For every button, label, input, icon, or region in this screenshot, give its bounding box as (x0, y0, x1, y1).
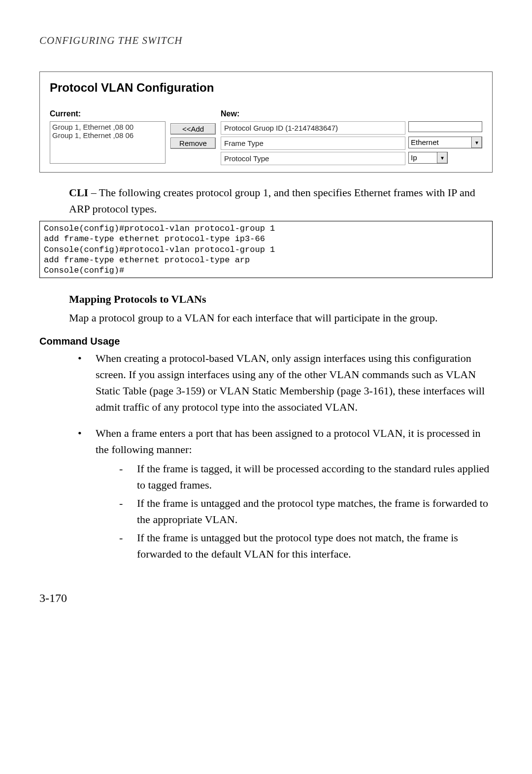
cli-label: CLI (69, 186, 88, 199)
frame-type-value: Ethernet (408, 137, 471, 148)
list-item[interactable]: Group 1, Ethernet ,08 06 (52, 131, 163, 140)
chevron-down-icon[interactable]: ▼ (471, 137, 482, 148)
protocol-type-value: Ip (408, 152, 437, 164)
list-item: If the frame is untagged and the protoco… (119, 495, 493, 528)
frame-type-select[interactable]: Ethernet ▼ (408, 137, 482, 148)
page-number: 3-170 (39, 592, 493, 605)
chevron-down-icon[interactable]: ▼ (437, 152, 448, 164)
list-item[interactable]: Group 1, Ethernet ,08 00 (52, 123, 163, 131)
frame-type-label: Frame Type (221, 137, 405, 150)
running-header: CONFIGURING THE SWITCH (39, 35, 493, 47)
current-label: Current: (50, 109, 166, 118)
figure-title: Protocol VLAN Configuration (50, 81, 482, 95)
protocol-group-id-input[interactable] (408, 121, 482, 132)
protocol-vlan-config-figure: Protocol VLAN Configuration Current: Gro… (39, 71, 493, 173)
add-button[interactable]: <<Add (170, 123, 216, 135)
protocol-group-id-label: Protocol Gruop ID (1-2147483647) (221, 121, 405, 135)
bullet-lead: When a frame enters a port that has been… (96, 427, 481, 456)
protocol-type-select[interactable]: Ip ▼ (408, 152, 448, 164)
command-usage-heading: Command Usage (39, 336, 493, 347)
cli-intro-text: – The following creates protocol group 1… (69, 186, 475, 215)
current-listbox[interactable]: Group 1, Ethernet ,08 00 Group 1, Ethern… (50, 121, 166, 164)
remove-button[interactable]: Remove (170, 138, 216, 149)
list-item: When creating a protocol-based VLAN, onl… (73, 350, 493, 415)
list-item: If the frame is tagged, it will be proce… (119, 460, 493, 493)
cli-code-block: Console(config)#protocol-vlan protocol-g… (39, 221, 493, 278)
section-heading: Mapping Protocols to VLANs (69, 293, 493, 306)
list-item: When a frame enters a port that has been… (73, 425, 493, 562)
protocol-type-label: Protocol Type (221, 152, 405, 165)
cli-intro: CLI – The following creates protocol gro… (69, 184, 493, 217)
list-item: If the frame is untagged but the protoco… (119, 529, 493, 562)
section-intro: Map a protocol group to a VLAN for each … (69, 310, 493, 326)
new-label: New: (221, 109, 482, 118)
